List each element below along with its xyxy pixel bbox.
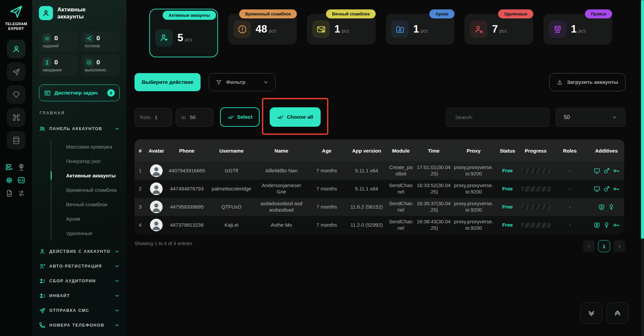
summary-card-badge: Активные аккаунты	[163, 11, 216, 20]
swap-icon[interactable]	[17, 189, 25, 198]
rail-gem-button[interactable]	[7, 85, 25, 104]
nav-group-audience-collect[interactable]: СБОР АУДИТОРИИ	[32, 277, 126, 285]
column-header[interactable]: Proxy	[452, 139, 495, 162]
summary-card-unit: pcs	[421, 28, 428, 34]
summary-card-value: 1	[334, 23, 340, 35]
cell-username: QTFUsO	[207, 198, 256, 216]
summary-card[interactable]: Временный спамблок48pcs	[228, 14, 297, 45]
upload-accounts-label: Загрузить аккаунты	[567, 79, 618, 85]
account-webcam-icon[interactable]	[17, 163, 25, 171]
task-manager-icon	[44, 90, 51, 97]
chevron-down-icon	[114, 249, 120, 254]
nav-group-accounts-panel[interactable]: ПАНЕЛЬ АККАУНТОВ	[32, 125, 126, 133]
cell-number: 1	[135, 162, 146, 180]
nav-group-label: СБОР АУДИТОРИИ	[49, 279, 111, 283]
chevron-down-icon	[114, 278, 120, 284]
filter-button[interactable]: Фильтр	[209, 73, 276, 91]
submenu-item[interactable]: Архив	[66, 212, 117, 226]
column-header[interactable]: #	[135, 139, 146, 162]
range-from-input[interactable]: from 1	[135, 108, 172, 127]
stat-card-tasks: 0 заданий	[39, 31, 78, 52]
nav-group-label: ИНВАЙТ	[49, 293, 111, 298]
search-input[interactable]	[446, 108, 549, 127]
submenu-item[interactable]: Удаленные	[66, 226, 117, 240]
choose-action-button[interactable]: Выберите действие	[135, 73, 201, 91]
scrollbar-thumb[interactable]	[641, 0, 644, 239]
column-header[interactable]: Progress	[520, 139, 551, 162]
rail-command-button[interactable]	[7, 108, 25, 127]
column-header[interactable]: Module	[387, 139, 415, 162]
table-row[interactable]: 2447494876793palmettocoleridgeAndersonja…	[135, 180, 624, 198]
accounts-table: #AvatarPhoneUsernameNameAgeApp versionMo…	[135, 139, 624, 234]
cell-avatar	[146, 180, 167, 198]
done-icon	[87, 60, 92, 65]
rail-send-button[interactable]	[7, 62, 25, 81]
code-window-icon[interactable]	[17, 176, 25, 184]
column-header[interactable]: Phone	[167, 139, 207, 162]
summary-card-badge: Архив	[429, 9, 454, 18]
scroll-to-top-button[interactable]	[606, 302, 629, 324]
choose-all-button[interactable]: Choose all	[270, 107, 321, 127]
cell-app-version: 11.6.2 (56152)	[346, 198, 387, 216]
column-header[interactable]: Avatar	[146, 139, 167, 162]
rail-database-button[interactable]	[7, 131, 25, 150]
submenu-item[interactable]: Активные аккаунты	[66, 168, 117, 183]
nav-group-auto-registration[interactable]: АВТО-РЕГИСТРАЦИЯ	[32, 262, 126, 270]
column-header[interactable]: Time	[415, 139, 452, 162]
submenu-item[interactable]: Массовая проверка	[66, 139, 117, 154]
column-header[interactable]: Additives	[589, 139, 624, 162]
chevron-left-icon	[587, 244, 592, 249]
server-check-icon[interactable]	[5, 163, 13, 171]
task-manager-button[interactable]: Диспетчер задач 0	[39, 85, 120, 101]
table-row[interactable]: 4447379813236KajLeiAsthe Mo7 months11.2.…	[135, 216, 624, 234]
upload-accounts-button[interactable]: Загрузить аккаунты	[549, 73, 626, 91]
submenu-item[interactable]: Генератор json	[66, 154, 117, 168]
paper-plane-icon	[12, 67, 21, 76]
nav-group-account-action[interactable]: ДЕЙСТВИЕ С АККАУНТОМ	[32, 247, 126, 256]
table-row[interactable]: 14407943916665IzGTlfAlllelddlto Nan7 mon…	[135, 162, 624, 180]
filter-label: Фильтр	[226, 79, 259, 85]
range-to-input[interactable]: to 50	[176, 108, 213, 127]
column-header[interactable]: Status	[495, 139, 520, 162]
mail-warning-icon	[312, 20, 330, 38]
page-title: Активные аккаунты	[57, 6, 101, 20]
summary-card-count: 1pcs	[571, 23, 586, 35]
stat-card-done: 0 выполнено	[81, 55, 120, 76]
cell-additives	[589, 198, 624, 216]
nav-group-phone-numbers[interactable]: НОМЕРА ТЕЛЕФОНОВ	[32, 321, 126, 329]
column-header[interactable]: Age	[307, 139, 346, 162]
command-icon	[12, 113, 21, 122]
pagination-prev-button[interactable]	[583, 240, 595, 252]
cell-avatar	[146, 216, 167, 234]
summary-card-badge: Временный спамблок	[239, 9, 297, 18]
monitor-icon	[593, 185, 600, 192]
column-header[interactable]: Roles	[551, 139, 589, 162]
submenu-item[interactable]: Вечный спамблок	[66, 197, 117, 212]
cell-status: Free	[495, 216, 520, 234]
summary-card[interactable]: Архив1pcs	[386, 14, 454, 45]
streams-icon	[87, 36, 92, 41]
select-button[interactable]: Select	[220, 107, 260, 127]
gear-settings-icon[interactable]	[5, 176, 13, 184]
submenu-item[interactable]: Временный спамблок	[66, 183, 117, 197]
summary-card[interactable]: Вечный спамблок1pcs	[307, 14, 376, 45]
summary-card[interactable]: Активные аккаунты5pcs	[149, 9, 218, 57]
cell-roles: -	[551, 162, 589, 180]
document-check-icon[interactable]	[5, 189, 13, 198]
rail-accounts-button[interactable]	[7, 40, 25, 58]
summary-card[interactable]: Прокси1pcs	[543, 14, 612, 45]
column-header[interactable]: Username	[207, 139, 256, 162]
page-size-select[interactable]: 50	[555, 108, 626, 127]
nav-group-invite[interactable]: ИНВАЙТ	[32, 292, 126, 300]
nav-group-send-sms[interactable]: ОТПРАВКА СМС	[32, 306, 126, 315]
page-scrollbar[interactable]	[641, 0, 644, 336]
column-header[interactable]: Name	[256, 139, 307, 162]
column-header[interactable]: App version	[346, 139, 387, 162]
table-row[interactable]: 3447958339895QTFUsOasdadsasdasd asd asda…	[135, 198, 624, 216]
cell-username: KajLei	[207, 216, 256, 234]
nav-section-label: ГЛАВНАЯ	[40, 111, 65, 115]
pagination-page-1[interactable]: 1	[598, 240, 610, 252]
pagination-next-button[interactable]	[613, 240, 625, 252]
scroll-to-bottom-button[interactable]	[580, 302, 602, 324]
summary-card[interactable]: Удаленные7pcs	[465, 14, 533, 45]
